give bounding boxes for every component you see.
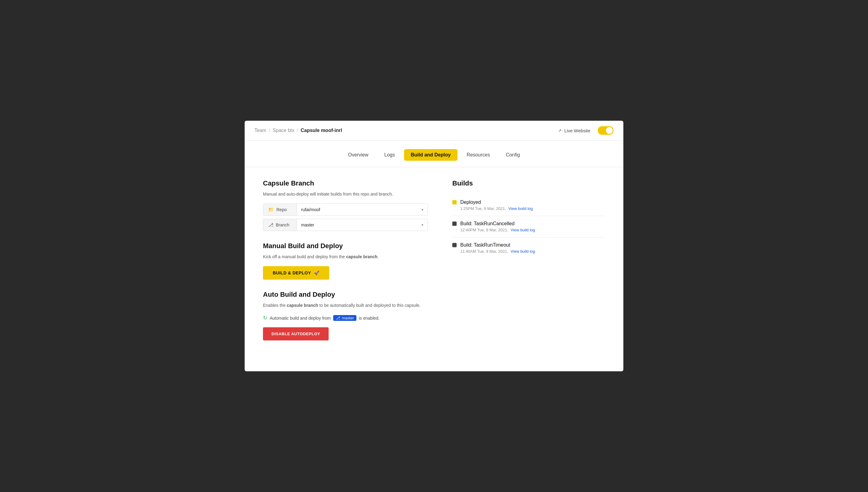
live-website-link[interactable]: ↗ Live Website [558, 128, 590, 133]
repo-value: rufai/moof [301, 207, 320, 212]
build-status-dot-timeout [452, 243, 456, 247]
tab-build-deploy[interactable]: Build and Deploy [404, 149, 457, 161]
view-log-timeout[interactable]: View build log [511, 249, 535, 254]
left-panel: Capsule Branch Manual and auto-deploy wi… [263, 179, 428, 359]
breadcrumb-sep2: / [297, 128, 298, 133]
breadcrumb-sep1: / [269, 128, 270, 133]
build-item-header-timeout: Build: TaskRunTimeout [452, 242, 605, 248]
branch-label: ⎇ Branch [263, 219, 297, 231]
build-time-timeout: 11:40AM Tue, 9 Mar, 2021, [460, 249, 508, 254]
capsule-branch-section: Capsule Branch Manual and auto-deploy wi… [263, 179, 428, 231]
repo-icon: 📁 [268, 207, 274, 213]
view-log-cancelled[interactable]: View build log [511, 228, 535, 232]
repo-chevron-icon: ▾ [421, 207, 423, 212]
auto-status-suffix: is enabled. [359, 316, 379, 321]
build-status-dot-cancelled [452, 222, 456, 226]
branch-field-row: ⎇ Branch master ▾ [263, 219, 428, 231]
app-window: Team / Space btx / Capsule moof-inrl ↗ L… [245, 121, 623, 371]
breadcrumb: Team / Space btx / Capsule moof-inrl [255, 128, 342, 133]
build-meta-cancelled: 12:40PM Tue, 9 Mar, 2021, View build log [452, 228, 605, 232]
refresh-icon: ↻ [263, 315, 267, 321]
live-website-label: Live Website [564, 128, 590, 133]
view-log-deployed[interactable]: View build log [508, 206, 533, 211]
disable-autodeploy-button[interactable]: DISABLE AUTODEPLOY [263, 327, 328, 340]
branch-badge: ⎇ master [333, 315, 357, 321]
build-item-cancelled: Build: TaskRunCancelled 12:40PM Tue, 9 M… [452, 216, 605, 238]
nav-tabs: Overview Logs Build and Deploy Resources… [245, 141, 623, 167]
branch-value: master [301, 222, 314, 227]
branch-badge-icon: ⎇ [336, 316, 340, 320]
manual-build-section: Manual Build and Deploy Kick off a manua… [263, 242, 428, 279]
build-time-deployed: 1:25PM Tue, 9 Mar, 2021, [460, 206, 506, 211]
auto-build-desc: Enables the capsule branch to be automat… [263, 302, 428, 309]
branch-chevron-icon: ▾ [421, 223, 423, 227]
disable-autodeploy-label: DISABLE AUTODEPLOY [271, 331, 320, 336]
repo-label: 📁 Repo [263, 204, 297, 216]
auto-status-line: ↻ Automatic build and deploy from ⎇ mast… [263, 315, 428, 321]
branch-select[interactable]: master ▾ [297, 219, 428, 230]
manual-build-desc: Kick off a manual build and deploy from … [263, 254, 428, 260]
toggle-knob [606, 127, 613, 134]
auto-status-prefix: Automatic build and deploy from [270, 316, 331, 321]
repo-select[interactable]: rufai/moof ▾ [297, 204, 428, 215]
deploy-icon: 🚀 [314, 270, 319, 275]
build-item-header: Deployed [452, 200, 605, 205]
build-name-deployed: Deployed [460, 200, 481, 205]
tab-overview[interactable]: Overview [341, 149, 375, 161]
breadcrumb-team[interactable]: Team [255, 128, 266, 133]
main-content: Capsule Branch Manual and auto-deploy wi… [245, 167, 623, 371]
build-item-timeout: Build: TaskRunTimeout 11:40AM Tue, 9 Mar… [452, 238, 605, 259]
capsule-branch-title: Capsule Branch [263, 179, 428, 187]
header-right: ↗ Live Website [558, 126, 613, 135]
build-item-deployed: Deployed 1:25PM Tue, 9 Mar, 2021, View b… [452, 195, 605, 216]
build-deploy-button[interactable]: BUILD & DEPLOY 🚀 [263, 266, 329, 279]
auto-build-section: Auto Build and Deploy Enables the capsul… [263, 291, 428, 340]
branch-badge-name: master [342, 316, 354, 320]
auto-build-title: Auto Build and Deploy [263, 291, 428, 299]
tab-resources[interactable]: Resources [460, 149, 497, 161]
tab-config[interactable]: Config [499, 149, 527, 161]
external-link-icon: ↗ [558, 128, 562, 133]
tab-logs[interactable]: Logs [377, 149, 402, 161]
builds-title: Builds [452, 179, 605, 187]
build-deploy-label: BUILD & DEPLOY [273, 270, 311, 275]
build-name-cancelled: Build: TaskRunCancelled [460, 221, 515, 226]
build-meta-timeout: 11:40AM Tue, 9 Mar, 2021, View build log [452, 249, 605, 254]
capsule-branch-desc: Manual and auto-deploy will initiate bui… [263, 191, 428, 197]
header: Team / Space btx / Capsule moof-inrl ↗ L… [245, 121, 623, 141]
build-item-header-cancelled: Build: TaskRunCancelled [452, 221, 605, 226]
breadcrumb-current: Capsule moof-inrl [300, 128, 342, 133]
right-panel: Builds Deployed 1:25PM Tue, 9 Mar, 2021,… [452, 179, 605, 359]
build-name-timeout: Build: TaskRunTimeout [460, 242, 510, 248]
breadcrumb-space[interactable]: Space btx [273, 128, 294, 133]
toggle-switch[interactable] [598, 126, 613, 135]
branch-icon: ⎇ [268, 222, 273, 228]
build-time-cancelled: 12:40PM Tue, 9 Mar, 2021, [460, 228, 508, 232]
repo-field-row: 📁 Repo rufai/moof ▾ [263, 203, 428, 216]
manual-build-title: Manual Build and Deploy [263, 242, 428, 250]
build-status-dot-deployed [452, 200, 456, 204]
build-meta-deployed: 1:25PM Tue, 9 Mar, 2021, View build log [452, 206, 605, 211]
